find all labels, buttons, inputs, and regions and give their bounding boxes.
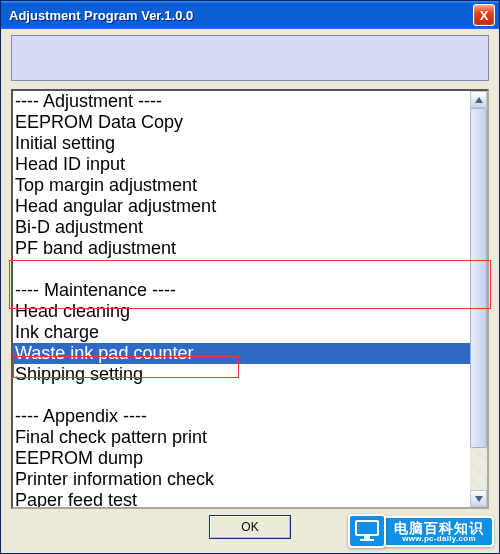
scroll-up-button[interactable] [470, 91, 487, 108]
list-header: ---- Appendix ---- [13, 406, 470, 427]
svg-rect-2 [360, 539, 374, 541]
monitor-icon [348, 514, 386, 548]
list-item[interactable]: Ink charge [13, 322, 470, 343]
list-item[interactable]: Head cleaning [13, 301, 470, 322]
ok-button[interactable]: OK [209, 515, 291, 539]
watermark-en: www.pc-daily.com [402, 535, 476, 543]
chevron-down-icon [475, 496, 483, 502]
scrollbar-track[interactable] [470, 108, 487, 490]
info-panel [11, 35, 489, 81]
client-area: ---- Adjustment ----EEPROM Data CopyInit… [1, 29, 499, 553]
titlebar[interactable]: Adjustment Program Ver.1.0.0 X [1, 1, 499, 29]
scrollbar[interactable] [470, 91, 487, 507]
list-blank [13, 385, 470, 406]
list-item[interactable]: Head ID input [13, 154, 470, 175]
close-icon: X [480, 8, 489, 23]
list-blank [13, 259, 470, 280]
list-item[interactable]: Top margin adjustment [13, 175, 470, 196]
list-item[interactable]: EEPROM dump [13, 448, 470, 469]
list-item[interactable]: Paper feed test [13, 490, 470, 507]
list-item[interactable]: Final check pattern print [13, 427, 470, 448]
list-item[interactable]: Waste ink pad counter [13, 343, 470, 364]
listbox[interactable]: ---- Adjustment ----EEPROM Data CopyInit… [13, 91, 470, 507]
list-item[interactable]: Bi-D adjustment [13, 217, 470, 238]
list-item[interactable]: Initial setting [13, 133, 470, 154]
listbox-container: ---- Adjustment ----EEPROM Data CopyInit… [11, 89, 489, 509]
scrollbar-thumb[interactable] [470, 108, 487, 448]
svg-rect-1 [364, 536, 370, 539]
svg-rect-0 [356, 521, 378, 535]
scroll-down-button[interactable] [470, 490, 487, 507]
watermark: 电脑百科知识 www.pc-daily.com [348, 514, 494, 548]
list-item[interactable]: Shipping setting [13, 364, 470, 385]
watermark-text: 电脑百科知识 www.pc-daily.com [382, 516, 494, 547]
list-item[interactable]: Printer information check [13, 469, 470, 490]
list-header: ---- Adjustment ---- [13, 91, 470, 112]
list-header: ---- Maintenance ---- [13, 280, 470, 301]
app-window: Adjustment Program Ver.1.0.0 X ---- Adju… [0, 0, 500, 554]
chevron-up-icon [475, 97, 483, 103]
close-button[interactable]: X [473, 4, 495, 26]
watermark-cn: 电脑百科知识 [394, 521, 484, 535]
list-item[interactable]: EEPROM Data Copy [13, 112, 470, 133]
window-title: Adjustment Program Ver.1.0.0 [9, 8, 473, 23]
list-item[interactable]: Head angular adjustment [13, 196, 470, 217]
list-item[interactable]: PF band adjustment [13, 238, 470, 259]
